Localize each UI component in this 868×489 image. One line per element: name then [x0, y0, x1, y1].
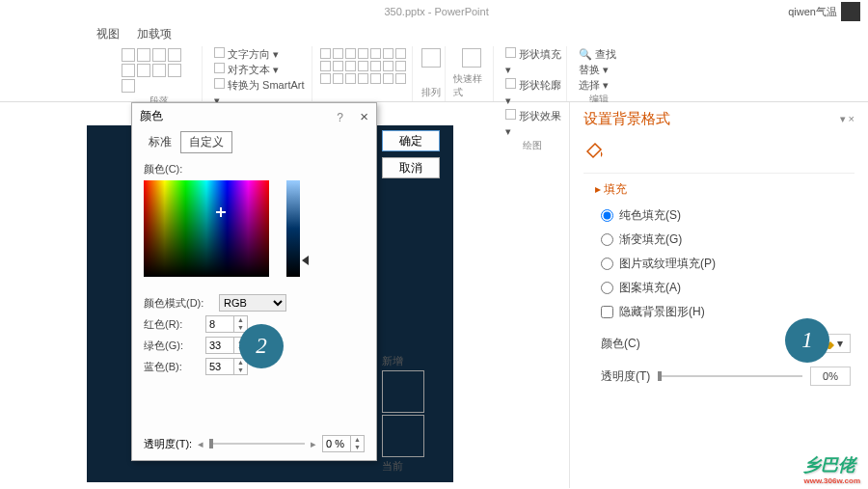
replace[interactable]: 替换 ▾ — [579, 62, 616, 77]
transparency-slider[interactable] — [658, 375, 802, 377]
dialog-help-icon[interactable]: ? — [337, 111, 343, 124]
annotation-badge-2: 2 — [239, 324, 284, 368]
luminance-arrow-icon[interactable] — [302, 256, 309, 265]
color-mode-label: 颜色模式(D): — [144, 296, 213, 311]
ribbon: 段落 文字方向 ▾ 对齐文本 ▾ 转换为 SmartArt ▾ 排列 快速样式 … — [0, 44, 868, 102]
color-field[interactable] — [144, 180, 269, 277]
section-fill[interactable]: ▸ 填充 — [595, 181, 854, 198]
avatar[interactable] — [841, 2, 860, 21]
blue-label: 蓝色(B): — [144, 360, 202, 374]
text-direction[interactable]: 文字方向 ▾ — [214, 46, 308, 62]
shape-fill[interactable]: 形状填充 ▾ — [505, 46, 562, 77]
dlg-transparency-label: 透明度(T): — [144, 437, 192, 451]
blue-input[interactable]: ▲▼ — [205, 358, 248, 375]
green-label: 绿色(G): — [144, 339, 202, 353]
menu-addin[interactable]: 加载项 — [137, 26, 172, 42]
pane-title: 设置背景格式 — [583, 110, 670, 128]
app-title: 350.pptx - PowerPoint — [85, 6, 788, 17]
color-dialog: 颜色 ? × 标准 自定义 颜色(C): 颜色模式(D): RGB 红色(R):… — [131, 102, 377, 461]
menubar: 视图 加载项 — [0, 23, 868, 44]
current-color-swatch — [382, 415, 424, 457]
ok-button[interactable]: 确定 — [382, 130, 440, 151]
select[interactable]: 选择 ▾ — [579, 77, 616, 93]
svg-marker-0 — [587, 144, 601, 157]
color-crosshair[interactable] — [216, 207, 226, 217]
luminance-bar[interactable] — [286, 180, 300, 277]
opt-picture-fill[interactable]: 图片或纹理填充(P) — [601, 256, 854, 272]
color-mode-select[interactable]: RGB — [219, 294, 286, 312]
find[interactable]: 🔍 查找 — [579, 46, 616, 62]
titlebar: 350.pptx - PowerPoint qiwen气温 — [0, 0, 868, 23]
opt-pattern-fill[interactable]: 图案填充(A) — [601, 280, 854, 296]
dialog-title: 颜色 — [140, 108, 163, 124]
paint-bucket-icon[interactable] — [583, 138, 854, 163]
dlg-transparency-slider[interactable] — [209, 443, 305, 445]
pane-close-icon[interactable]: ▾ × — [840, 113, 854, 125]
pane-transparency-label: 透明度(T) — [601, 368, 650, 385]
quick-style-label[interactable]: 快速样式 — [453, 72, 489, 101]
red-input[interactable]: ▲▼ — [205, 315, 248, 333]
opt-gradient-fill[interactable]: 渐变填充(G) — [601, 231, 854, 248]
format-background-pane: 设置背景格式 ▾ × ▸ 填充 纯色填充(S) 渐变填充(G) 图片或纹理填充(… — [569, 102, 868, 488]
menu-view[interactable]: 视图 — [96, 26, 120, 42]
new-color-swatch — [382, 370, 424, 413]
new-swatch-label: 新增 — [382, 354, 442, 368]
user-area[interactable]: qiwen气温 — [788, 2, 860, 21]
tab-custom[interactable]: 自定义 — [180, 131, 232, 153]
dialog-close-icon[interactable]: × — [360, 108, 368, 124]
dlg-transparency-input[interactable]: ▲▼ — [322, 435, 365, 452]
drawing-label: 绘图 — [523, 139, 542, 154]
shape-effects[interactable]: 形状效果 ▾ — [505, 108, 562, 139]
red-label: 红色(R): — [144, 317, 202, 332]
cancel-button[interactable]: 取消 — [382, 157, 440, 178]
opt-hide-bg[interactable]: 隐藏背景图形(H) — [601, 304, 854, 320]
shape-outline[interactable]: 形状轮廓 ▾ — [505, 77, 562, 108]
color-field-label: 颜色(C): — [144, 162, 365, 177]
opt-solid-fill[interactable]: 纯色填充(S) — [601, 207, 854, 224]
annotation-badge-1: 1 — [785, 318, 829, 363]
user-name: qiwen气温 — [788, 5, 837, 19]
current-swatch-label: 当前 — [382, 459, 442, 474]
pane-color-label: 颜色(C) — [601, 336, 640, 352]
tab-standard[interactable]: 标准 — [140, 131, 180, 153]
align-text[interactable]: 对齐文本 ▾ — [214, 62, 308, 77]
transparency-value[interactable]: 0% — [810, 367, 851, 386]
arrange-label[interactable]: 排列 — [421, 86, 441, 101]
watermark: 乡巴佬 www.306w.com — [803, 453, 860, 485]
